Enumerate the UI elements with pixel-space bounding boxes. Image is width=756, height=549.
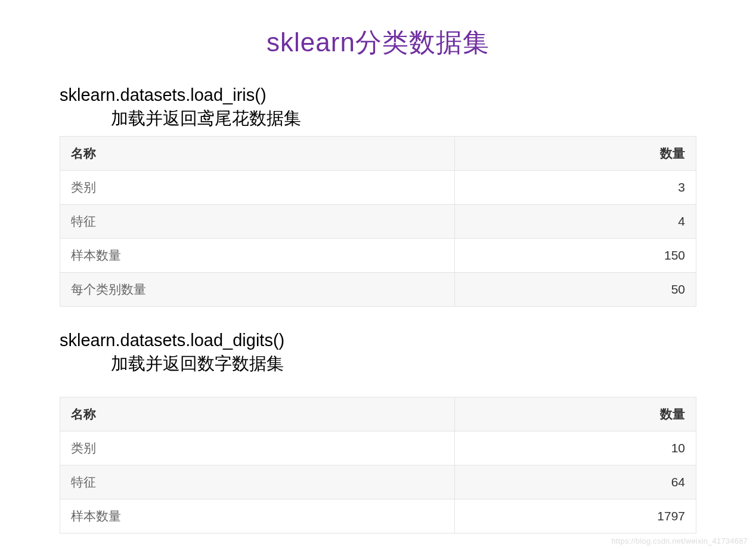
cell-quantity: 10 [454, 431, 696, 465]
function-name-iris: sklearn.datasets.load_iris() [60, 84, 696, 107]
section-digits: sklearn.datasets.load_digits() 加载并返回数字数据… [0, 329, 756, 533]
table-row: 类别 10 [60, 431, 696, 465]
cell-quantity: 150 [454, 238, 696, 272]
cell-quantity: 1797 [454, 499, 696, 533]
cell-quantity: 4 [454, 204, 696, 238]
table-header-quantity: 数量 [454, 397, 696, 431]
cell-name: 每个类别数量 [60, 272, 455, 306]
table-row: 特征 4 [60, 204, 696, 238]
function-desc-iris: 加载并返回鸢尾花数据集 [60, 107, 696, 130]
cell-name: 类别 [60, 170, 455, 204]
table-row: 特征 64 [60, 465, 696, 499]
cell-quantity: 3 [454, 170, 696, 204]
table-header-name: 名称 [60, 397, 455, 431]
table-header-name: 名称 [60, 136, 455, 170]
section-iris: sklearn.datasets.load_iris() 加载并返回鸢尾花数据集… [0, 84, 756, 307]
section-gap [0, 307, 756, 329]
function-desc-digits: 加载并返回数字数据集 [60, 352, 696, 375]
iris-table: 名称 数量 类别 3 特征 4 样本数量 150 每个类别数量 50 [60, 136, 696, 307]
cell-quantity: 50 [454, 272, 696, 306]
digits-table: 名称 数量 类别 10 特征 64 样本数量 1797 [60, 397, 696, 533]
page-title: sklearn分类数据集 [0, 0, 756, 84]
table-row: 样本数量 1797 [60, 499, 696, 533]
table-header-quantity: 数量 [454, 136, 696, 170]
cell-name: 特征 [60, 204, 455, 238]
cell-name: 类别 [60, 431, 455, 465]
cell-quantity: 64 [454, 465, 696, 499]
cell-name: 样本数量 [60, 238, 455, 272]
cell-name: 样本数量 [60, 499, 455, 533]
table-row: 每个类别数量 50 [60, 272, 696, 306]
function-name-digits: sklearn.datasets.load_digits() [60, 329, 696, 352]
cell-name: 特征 [60, 465, 455, 499]
table-row: 样本数量 150 [60, 238, 696, 272]
table-row: 类别 3 [60, 170, 696, 204]
watermark: https://blog.csdn.net/weixin_41734687 [611, 536, 748, 545]
